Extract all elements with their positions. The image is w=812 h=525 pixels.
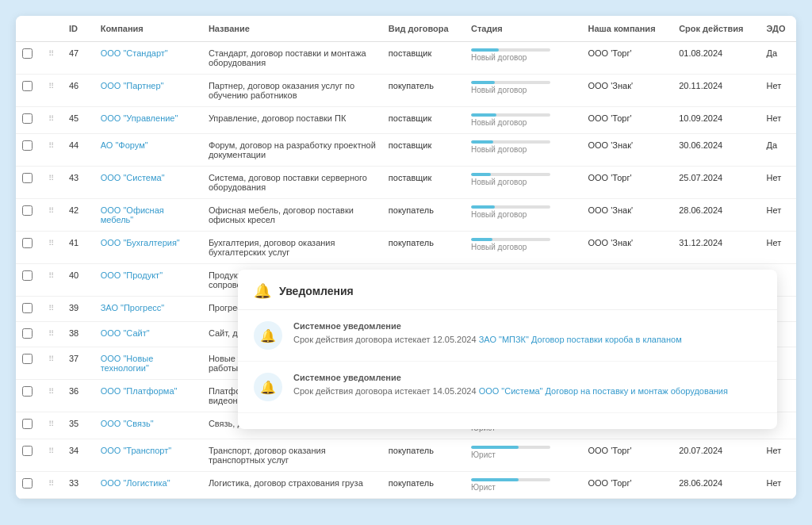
cell-id: 39 <box>63 297 94 322</box>
company-link[interactable]: ООО "Система" <box>101 173 165 182</box>
cell-date: 01.08.2024 <box>672 42 760 75</box>
contracts-table-container: ID Компания Название Вид договора Стадия… <box>16 16 796 499</box>
cell-stage: Юрист <box>465 439 582 472</box>
cell-date: 10.09.2024 <box>672 107 760 134</box>
cell-contract-name: Логистика, договор страхования груза <box>202 472 382 499</box>
company-link[interactable]: ООО "Платформа" <box>101 386 178 396</box>
cell-contract-name: Бухгалтерия, договор оказания бухгалтерс… <box>202 232 382 264</box>
notification-content: Системное уведомлениеСрок действия догов… <box>293 321 761 346</box>
bell-icon-header: 🔔 <box>254 282 271 300</box>
company-link[interactable]: ООО "Продукт" <box>101 270 163 280</box>
drag-icon: ⠿ <box>48 304 54 312</box>
drag-icon: ⠿ <box>48 329 54 338</box>
company-link[interactable]: ООО "Офисная мебель" <box>101 205 164 224</box>
cell-edo: Нет <box>760 472 796 499</box>
cell-date: 20.11.2024 <box>672 75 760 107</box>
cell-contract-type: покупатель <box>382 199 465 232</box>
notification-text: Срок действия договора истекает 12.05.20… <box>293 334 761 346</box>
header-id: ID <box>63 16 94 42</box>
row-checkbox[interactable] <box>22 303 33 313</box>
cell-stage: Новый договор <box>465 107 582 134</box>
cell-stage: Новый договор <box>465 42 582 75</box>
cell-id: 38 <box>63 322 94 347</box>
drag-icon: ⠿ <box>48 446 54 455</box>
header-name: Название <box>202 16 382 42</box>
table-row: ⠿33ООО "Логистика"Логистика, договор стр… <box>16 472 796 499</box>
cell-contract-name: Система, договор поставки серверного обо… <box>202 167 382 199</box>
row-checkbox[interactable] <box>22 48 33 59</box>
company-link[interactable]: ООО "Стандарт" <box>101 48 168 58</box>
cell-stage: Новый договор <box>465 199 582 232</box>
company-link[interactable]: ООО "Бухгалтерия" <box>101 238 180 247</box>
company-link[interactable]: ЗАО "Прогресс" <box>101 303 165 312</box>
cell-our-company: ООО 'Торг' <box>581 472 672 499</box>
company-link[interactable]: ООО "Логистика" <box>101 478 170 488</box>
notifications-list: 🔔Системное уведомлениеСрок действия дого… <box>238 310 777 413</box>
cell-edo: Нет <box>760 107 796 134</box>
company-link[interactable]: АО "Форум" <box>101 140 148 150</box>
row-checkbox[interactable] <box>22 205 33 216</box>
header-edo: ЭДО <box>760 16 796 42</box>
cell-id: 43 <box>63 167 94 199</box>
header-checkbox <box>16 16 42 42</box>
row-checkbox[interactable] <box>22 238 33 248</box>
company-link[interactable]: ООО "Сайт" <box>101 328 150 338</box>
header-drag <box>42 16 63 42</box>
cell-our-company: ООО 'Знак' <box>581 232 672 264</box>
row-checkbox[interactable] <box>22 173 33 183</box>
company-link[interactable]: ООО "Связь" <box>101 419 154 428</box>
cell-contract-type: покупатель <box>382 232 465 264</box>
cell-date: 20.07.2024 <box>672 439 760 472</box>
company-link[interactable]: ООО "Управление" <box>101 113 178 123</box>
cell-contract-name: Форум, договор на разработку проектной д… <box>202 134 382 167</box>
cell-edo: Нет <box>760 75 796 107</box>
row-checkbox[interactable] <box>22 354 33 364</box>
row-checkbox[interactable] <box>22 270 33 281</box>
cell-edo: Нет <box>760 439 796 472</box>
cell-stage: Юрист <box>465 472 582 499</box>
cell-contract-type: покупатель <box>382 75 465 107</box>
table-row: ⠿34ООО "Транспорт"Транспорт, договор ока… <box>16 439 796 472</box>
drag-icon: ⠿ <box>48 354 54 363</box>
company-link[interactable]: ООО "Транспорт" <box>101 446 171 455</box>
cell-id: 33 <box>63 472 94 499</box>
cell-edo: Да <box>760 42 796 75</box>
row-checkbox[interactable] <box>22 328 33 339</box>
cell-id: 36 <box>63 380 94 412</box>
cell-id: 44 <box>63 134 94 167</box>
cell-contract-name: Партнер, договор оказания услуг по обуче… <box>202 75 382 107</box>
table-row: ⠿46ООО "Партнер"Партнер, договор оказани… <box>16 75 796 107</box>
cell-contract-type: поставщик <box>382 134 465 167</box>
cell-contract-name: Офисная мебель, договор поставки офисных… <box>202 199 382 232</box>
drag-icon: ⠿ <box>48 141 54 150</box>
cell-id: 34 <box>63 439 94 472</box>
row-checkbox[interactable] <box>22 386 33 397</box>
drag-icon: ⠿ <box>48 82 54 90</box>
notification-contract-link[interactable]: ООО "Система" Договор на поставку и монт… <box>479 386 728 396</box>
row-checkbox[interactable] <box>22 113 33 124</box>
cell-id: 40 <box>63 264 94 297</box>
drag-icon: ⠿ <box>48 479 54 488</box>
cell-edo: Да <box>760 134 796 167</box>
notification-bell-icon: 🔔 <box>254 373 282 401</box>
row-checkbox[interactable] <box>22 478 33 489</box>
row-checkbox[interactable] <box>22 140 33 151</box>
drag-icon: ⠿ <box>48 387 54 396</box>
row-checkbox[interactable] <box>22 81 33 91</box>
cell-contract-name: Стандарт, договор поставки и монтажа обо… <box>202 42 382 75</box>
company-link[interactable]: ООО "Партнер" <box>101 81 164 90</box>
header-date: Срок действия <box>672 16 760 42</box>
table-row: ⠿47ООО "Стандарт"Стандарт, договор поста… <box>16 42 796 75</box>
row-checkbox[interactable] <box>22 419 33 429</box>
company-link[interactable]: ООО "Новые технологии" <box>101 354 154 373</box>
notification-item: 🔔Системное уведомлениеСрок действия дого… <box>238 310 777 362</box>
notification-title: Уведомления <box>279 285 354 297</box>
cell-id: 46 <box>63 75 94 107</box>
cell-our-company: ООО 'Знак' <box>581 199 672 232</box>
cell-our-company: ООО 'Торг' <box>581 107 672 134</box>
notification-contract-link[interactable]: ЗАО "МПЗК" Договор поставки короба в кла… <box>479 335 682 344</box>
cell-date: 31.12.2024 <box>672 232 760 264</box>
cell-date: 25.07.2024 <box>672 167 760 199</box>
row-checkbox[interactable] <box>22 446 33 456</box>
cell-our-company: ООО 'Знак' <box>581 134 672 167</box>
